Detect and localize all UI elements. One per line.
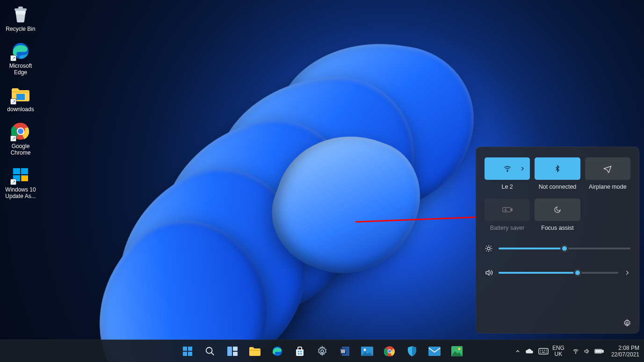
chevron-up-icon — [515, 348, 521, 354]
recycle-bin-icon — [10, 4, 31, 24]
desktop-icon-label: downloads — [7, 106, 34, 113]
battery-saver-icon — [502, 206, 513, 213]
chevron-right-icon[interactable] — [624, 270, 630, 276]
wifi-label: Le 2 — [501, 184, 513, 190]
svg-point-16 — [487, 247, 490, 250]
svg-point-43 — [458, 348, 460, 350]
svg-rect-19 — [188, 347, 192, 351]
airplane-label: Airplane mode — [589, 184, 627, 190]
desktop-icon-downloads[interactable]: ↗ downloads — [4, 84, 37, 113]
chrome-button[interactable] — [380, 342, 399, 361]
quick-settings-panel: Le 2 Not connected Airplane mode Battery… — [476, 147, 639, 334]
svg-rect-15 — [511, 209, 512, 211]
airplane-mode-toggle[interactable] — [585, 157, 630, 180]
keyboard-icon[interactable] — [538, 348, 549, 355]
shortcut-overlay-icon: ↗ — [10, 135, 16, 142]
svg-point-37 — [363, 348, 366, 351]
volume-icon — [583, 348, 591, 355]
desktop-icon-recycle-bin[interactable]: Recycle Bin — [4, 4, 37, 32]
svg-rect-44 — [539, 348, 548, 354]
windows-update-icon: ↗ — [10, 164, 31, 185]
battery-saver-label: Battery saver — [490, 225, 525, 231]
search-button[interactable] — [201, 342, 219, 361]
battery-saver-toggle — [485, 199, 530, 221]
time-text: 2:08 PM — [611, 345, 639, 351]
svg-rect-11 — [22, 176, 28, 181]
start-button[interactable] — [178, 342, 197, 361]
svg-point-40 — [388, 350, 391, 353]
date-text: 22/07/2021 — [611, 351, 639, 358]
moon-icon — [554, 206, 561, 213]
brightness-icon — [485, 244, 493, 253]
desktop-icons: Recycle Bin ↗ Microsoft Edge ↗ downloads… — [4, 4, 37, 199]
svg-rect-41 — [428, 347, 441, 356]
desktop-icon-google-chrome[interactable]: ↗ Google Chrome — [4, 121, 37, 156]
wifi-icon — [572, 348, 579, 355]
bluetooth-icon — [554, 164, 561, 173]
focus-assist-toggle[interactable] — [535, 199, 580, 221]
language-indicator[interactable]: ENG UK — [552, 345, 564, 357]
svg-rect-8 — [21, 168, 28, 174]
svg-rect-25 — [233, 352, 238, 356]
battery-icon — [594, 348, 604, 354]
microsoft-store-button[interactable] — [290, 342, 309, 361]
svg-point-22 — [206, 347, 212, 353]
svg-rect-14 — [502, 207, 510, 212]
svg-rect-21 — [188, 352, 192, 356]
svg-point-13 — [507, 171, 508, 172]
gallery-button[interactable] — [448, 342, 466, 361]
volume-slider[interactable] — [499, 272, 618, 274]
airplane-icon — [603, 164, 612, 173]
wifi-toggle[interactable] — [485, 157, 530, 180]
shortcut-overlay-icon: ↗ — [10, 55, 16, 61]
task-view-button[interactable] — [223, 342, 242, 361]
lang-top: ENG — [552, 345, 564, 351]
wallpaper-bloom — [117, 23, 482, 341]
svg-rect-24 — [233, 347, 238, 351]
word-button[interactable]: W — [335, 342, 354, 361]
clock-button[interactable]: 2:08 PM 22/07/2021 — [611, 345, 639, 358]
svg-rect-47 — [602, 350, 604, 352]
svg-rect-7 — [13, 168, 20, 174]
security-button[interactable] — [403, 342, 421, 361]
mail-button[interactable] — [425, 342, 444, 361]
svg-rect-1 — [18, 7, 23, 9]
onedrive-icon[interactable] — [525, 348, 534, 355]
svg-rect-31 — [300, 353, 302, 355]
desktop-icon-microsoft-edge[interactable]: ↗ Microsoft Edge — [4, 41, 37, 76]
bluetooth-toggle[interactable] — [535, 157, 580, 180]
shortcut-overlay-icon: ↗ — [10, 99, 16, 105]
desktop-icon-label: Google Chrome — [11, 143, 31, 156]
svg-rect-30 — [298, 353, 299, 355]
folder-icon: ↗ — [10, 84, 31, 105]
lang-bottom: UK — [552, 351, 564, 357]
edge-button[interactable] — [268, 342, 287, 361]
chevron-right-icon[interactable] — [520, 166, 525, 171]
edge-icon: ↗ — [10, 41, 31, 61]
svg-rect-29 — [300, 351, 302, 352]
file-explorer-button[interactable] — [246, 342, 264, 361]
brightness-slider[interactable] — [499, 248, 630, 249]
volume-slider-row — [485, 269, 630, 277]
chrome-icon: ↗ — [10, 121, 31, 142]
desktop-icon-win10-update[interactable]: ↗ Windows 10 Update As... — [4, 164, 37, 199]
network-volume-battery-button[interactable] — [568, 346, 608, 356]
wifi-icon — [503, 164, 512, 173]
shortcut-overlay-icon: ↗ — [10, 179, 16, 185]
svg-text:W: W — [340, 349, 345, 354]
desktop-icon-label: Windows 10 Update As... — [5, 186, 36, 199]
svg-rect-3 — [16, 94, 25, 100]
desktop-icon-label: Microsoft Edge — [9, 63, 32, 76]
brightness-slider-row — [485, 244, 630, 253]
settings-gear-icon[interactable] — [623, 319, 631, 327]
svg-rect-20 — [183, 352, 187, 356]
photos-button[interactable] — [358, 342, 376, 361]
desktop-icon-label: Recycle Bin — [6, 26, 35, 32]
settings-button[interactable] — [313, 342, 332, 361]
bluetooth-label: Not connected — [539, 184, 577, 190]
tray-overflow[interactable] — [515, 348, 549, 355]
svg-point-45 — [575, 353, 576, 353]
svg-rect-23 — [227, 347, 232, 356]
svg-point-17 — [626, 322, 629, 325]
taskbar: W ENG UK 2:08 PM 22/07/2021 — [0, 340, 644, 362]
